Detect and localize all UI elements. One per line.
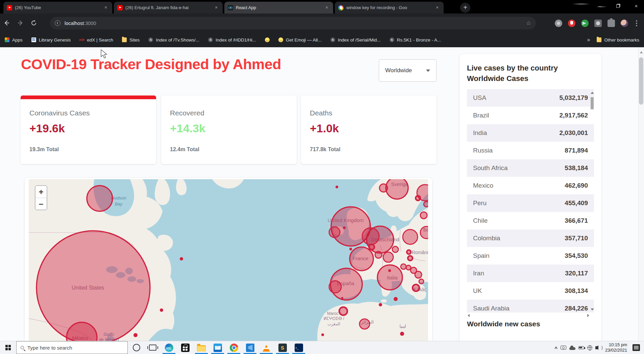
- case-circle[interactable]: [400, 332, 404, 336]
- scroll-down-icon[interactable]: [591, 308, 594, 310]
- tab-close-icon[interactable]: ×: [324, 5, 330, 11]
- powershell-taskbar-icon[interactable]: ›_: [291, 341, 307, 354]
- taskbar-search-box[interactable]: Type here to search: [16, 341, 128, 354]
- volume-icon[interactable]: [595, 346, 598, 349]
- table-row[interactable]: Brazil2,917,562: [467, 107, 594, 124]
- case-circle[interactable]: [407, 250, 411, 254]
- case-circle[interactable]: [329, 227, 340, 238]
- recovered-card[interactable]: Recovered +14.3k 12.4m Total: [161, 96, 297, 164]
- case-circle[interactable]: [379, 184, 388, 192]
- table-row[interactable]: Colombia357,710: [467, 229, 594, 247]
- action-center-icon[interactable]: [633, 344, 640, 351]
- case-circle[interactable]: [360, 319, 370, 329]
- case-circle[interactable]: [321, 333, 324, 336]
- case-circle[interactable]: [415, 271, 422, 278]
- case-circle[interactable]: [377, 265, 402, 290]
- hidden-icons-chevron[interactable]: ^: [554, 346, 558, 351]
- table-row[interactable]: Peru455,409: [467, 194, 594, 212]
- case-circle[interactable]: [420, 212, 427, 219]
- country-dropdown[interactable]: Worldwide: [379, 59, 437, 82]
- site-info-icon[interactable]: [55, 20, 60, 26]
- task-view-taskbar-icon[interactable]: [145, 341, 161, 354]
- case-circle[interactable]: [180, 257, 183, 261]
- bookmark-item[interactable]: [265, 37, 270, 42]
- case-circle[interactable]: [87, 186, 113, 211]
- bookmark-item[interactable]: SIndex of /Serial/Mid...: [330, 37, 381, 43]
- vscode-taskbar-icon[interactable]: [242, 341, 258, 354]
- case-circle[interactable]: [160, 308, 163, 312]
- case-circle[interactable]: [394, 297, 398, 301]
- cases-card[interactable]: Coronavirus Cases +19.6k 19.3m Total: [21, 96, 156, 164]
- case-circle[interactable]: [343, 226, 346, 229]
- table-row[interactable]: Russia871,894: [467, 142, 594, 159]
- case-circle[interactable]: [413, 284, 419, 291]
- bookmark-item[interactable]: SIndex of /Tv.Shows/...: [148, 37, 199, 43]
- maximize-button[interactable]: [613, 2, 623, 11]
- bookmarks-overflow-chevron[interactable]: »: [587, 37, 590, 43]
- forward-button[interactable]: [14, 16, 27, 30]
- case-circle[interactable]: [408, 256, 413, 261]
- mega-extension-icon[interactable]: [555, 20, 562, 27]
- case-circle[interactable]: [424, 201, 428, 207]
- tab-close-icon[interactable]: ×: [103, 5, 109, 11]
- case-circle[interactable]: [133, 333, 138, 337]
- table-horizontal-scrollbar[interactable]: [467, 312, 594, 319]
- table-row[interactable]: UK308,134: [467, 282, 594, 300]
- case-circle[interactable]: [392, 246, 398, 252]
- edge-taskbar-icon[interactable]: [161, 341, 177, 354]
- bookmark-item[interactable]: SRs.5K1 - Bronze - A...: [390, 37, 441, 43]
- bookmark-item[interactable]: Sites: [122, 37, 140, 43]
- scroll-up-icon[interactable]: [591, 92, 594, 94]
- profile-avatar[interactable]: [621, 20, 628, 27]
- case-circle[interactable]: [350, 247, 373, 271]
- case-circle[interactable]: [416, 196, 420, 200]
- tab-close-icon[interactable]: ×: [434, 5, 440, 11]
- screenshot-extension-icon[interactable]: [594, 20, 602, 27]
- case-circle[interactable]: [379, 303, 382, 306]
- adblock-extension-icon[interactable]: [568, 20, 575, 27]
- minimize-button[interactable]: –: [595, 2, 605, 11]
- browser-tab[interactable]: React App×: [224, 2, 333, 13]
- taskbar-clock[interactable]: 10:15 pm 23/02/2021: [605, 342, 627, 353]
- case-circle[interactable]: [349, 248, 352, 250]
- zoom-in-button[interactable]: +: [35, 186, 47, 198]
- microsoft-store-taskbar-icon[interactable]: [177, 341, 193, 354]
- cortana-taskbar-icon[interactable]: [128, 341, 145, 354]
- case-circle[interactable]: [362, 228, 379, 245]
- scroll-up-icon[interactable]: [640, 51, 643, 53]
- case-circle[interactable]: [339, 307, 347, 315]
- back-button[interactable]: [0, 16, 14, 30]
- tab-close-icon[interactable]: ×: [213, 5, 219, 11]
- browser-tab[interactable]: (26) Ertugrul ft. Janam fida-e-hai×: [114, 2, 223, 13]
- table-row[interactable]: Iran320,117: [467, 265, 594, 282]
- mail-taskbar-icon[interactable]: [209, 341, 226, 354]
- case-circle[interactable]: [386, 179, 408, 199]
- table-vertical-scrollbar[interactable]: [590, 89, 594, 312]
- case-circle[interactable]: [401, 264, 406, 269]
- bookmark-item[interactable]: Apps: [5, 37, 23, 43]
- case-circle[interactable]: [36, 231, 150, 341]
- case-circle[interactable]: [336, 186, 338, 188]
- onedrive-icon[interactable]: [569, 347, 575, 350]
- extensions-puzzle-icon[interactable]: [608, 20, 615, 27]
- table-scrollbar-thumb[interactable]: [591, 97, 594, 109]
- start-button[interactable]: [0, 341, 16, 354]
- case-circle[interactable]: [406, 265, 411, 270]
- table-row[interactable]: Saudi Arabia284,226: [467, 300, 594, 312]
- meet-now-icon[interactable]: [561, 346, 566, 350]
- reload-button[interactable]: [27, 16, 41, 30]
- case-circle[interactable]: [329, 281, 341, 293]
- scroll-left-icon[interactable]: [468, 314, 470, 317]
- bookmark-item[interactable]: Library Genesis: [31, 37, 71, 43]
- leaflet-map[interactable]: + −: [29, 179, 428, 341]
- address-bar[interactable]: localhost:3000 ☆: [50, 17, 536, 29]
- vlc-taskbar-icon[interactable]: [258, 341, 274, 354]
- file-explorer-taskbar-icon[interactable]: [193, 341, 209, 354]
- network-icon[interactable]: [587, 345, 592, 350]
- table-row[interactable]: Chile366,671: [467, 212, 594, 229]
- country-cases-table[interactable]: USA5,032,179Brazil2,917,562India2,030,00…: [467, 89, 594, 312]
- table-row[interactable]: India2,030,001: [467, 124, 594, 142]
- browser-menu-icon[interactable]: [636, 23, 637, 24]
- case-circle[interactable]: [388, 269, 391, 272]
- bookmark-item[interactable]: SIndex of /HDD1/Hi...: [208, 37, 256, 43]
